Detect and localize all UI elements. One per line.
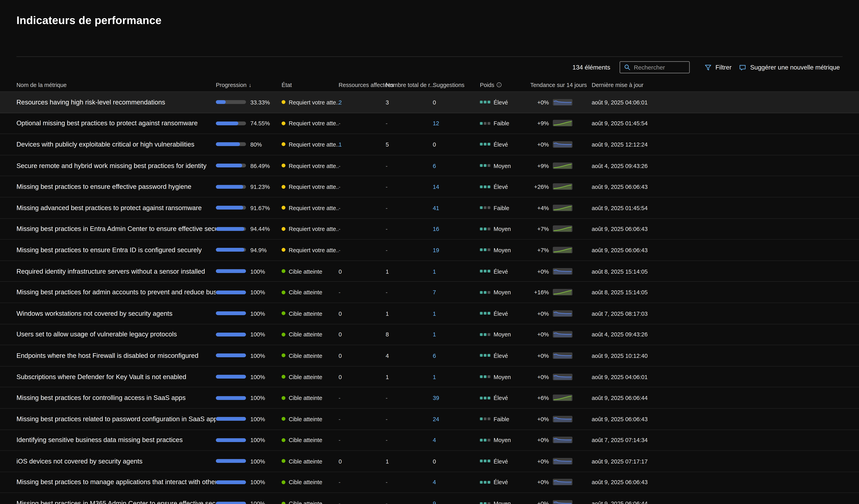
status-dot (282, 375, 285, 378)
weight-cell: Moyen (480, 162, 530, 169)
table-row[interactable]: iOS devices not covered by security agen… (0, 451, 859, 472)
weight-square (484, 481, 486, 484)
progress-track (216, 396, 246, 400)
suggestions-value[interactable]: 24 (433, 416, 439, 422)
table-row[interactable]: Windows workstations not covered by secu… (0, 303, 859, 324)
column-header-weight[interactable]: Poids i (480, 82, 530, 88)
trend-sparkline (553, 99, 572, 106)
table-row[interactable]: Missing best practices in Entra Admin Ce… (0, 219, 859, 240)
suggestions-value[interactable]: 1 (433, 268, 436, 274)
suggestions-value[interactable]: 4 (433, 437, 436, 443)
suggestions-value[interactable]: 9 (433, 500, 436, 504)
weight-square (487, 185, 490, 188)
table-row[interactable]: Missing best practices in M365 Admin Cen… (0, 493, 859, 504)
column-header-updated[interactable]: Dernière mise à jour (592, 82, 859, 88)
suggestions-value[interactable]: 19 (433, 247, 439, 253)
table-row[interactable]: Required identity infrastructure servers… (0, 261, 859, 282)
status-dot (282, 481, 285, 484)
trend-value: +0% (530, 416, 549, 422)
trend-sparkline (553, 225, 572, 232)
resources-value: - (338, 289, 341, 296)
suggestions-value[interactable]: 1 (433, 310, 436, 317)
updated-cell: août 8, 2025 15:14:05 (592, 268, 859, 274)
total-cell: 1 (386, 268, 433, 274)
updated-cell: août 9, 2025 06:06:43 (592, 479, 859, 486)
resources-value[interactable]: 2 (338, 99, 342, 106)
suggestions-value[interactable]: 6 (433, 162, 436, 169)
updated-cell: août 9, 2025 01:45:54 (592, 205, 859, 211)
status-label: Cible atteinte (289, 458, 322, 464)
table-row[interactable]: Missing best practices for admin account… (0, 282, 859, 303)
progress-cell: 100% (216, 310, 282, 317)
status-label: Cible atteinte (289, 310, 322, 317)
resources-cell: - (338, 416, 386, 422)
suggestions-value[interactable]: 41 (433, 205, 439, 211)
table-row[interactable]: Devices with publicly exploitable critic… (0, 134, 859, 155)
suggestions-value: 0 (433, 141, 436, 148)
resources-value: - (338, 120, 341, 126)
resources-cell: - (338, 247, 386, 253)
status-cell: Requiert votre atte... (282, 162, 338, 169)
column-header-progression[interactable]: Progression ↓ (216, 82, 282, 88)
table-row[interactable]: Optional missing best practices to prote… (0, 113, 859, 134)
weight-indicator (480, 481, 490, 484)
status-cell: Cible atteinte (282, 310, 338, 317)
suggestions-cell: 1 (433, 310, 480, 317)
weight-indicator (480, 375, 490, 378)
table-row[interactable]: Missing best practices for controlling a… (0, 388, 859, 409)
column-header-total[interactable]: Nombre total de r... (386, 82, 433, 88)
table-row[interactable]: Missing best practices to manage applica… (0, 472, 859, 493)
weight-square (480, 312, 483, 315)
table-row[interactable]: Identifying sensitive business data miss… (0, 430, 859, 451)
column-header-resources[interactable]: Ressources affectées (338, 82, 386, 88)
trend-value: +16% (530, 289, 549, 296)
table-row[interactable]: Endpoints where the host Firewall is dis… (0, 345, 859, 366)
total-value: 1 (386, 373, 389, 380)
search-box[interactable] (620, 61, 690, 74)
weight-indicator (480, 206, 490, 209)
weight-square (480, 206, 483, 209)
suggestions-value[interactable]: 39 (433, 395, 439, 401)
suggestions-value[interactable]: 16 (433, 225, 439, 232)
trend-sparkline (553, 458, 572, 464)
search-input[interactable] (634, 64, 685, 70)
weight-label: Moyen (494, 162, 511, 169)
filter-button[interactable]: Filtrer (705, 64, 732, 71)
table-row[interactable]: Missing best practices to ensure effecti… (0, 176, 859, 198)
total-value: - (386, 162, 388, 169)
table-row[interactable]: Resources having high risk-level recomme… (0, 92, 859, 113)
suggestions-value[interactable]: 14 (433, 183, 439, 190)
trend-sparkline (553, 479, 572, 486)
updated-value: août 9, 2025 06:06:43 (592, 416, 648, 422)
suggest-metric-button[interactable]: Suggérer une nouvelle métrique (739, 64, 840, 71)
column-header-metric-name[interactable]: Nom de la métrique (16, 82, 216, 88)
column-header-label: Dernière mise à jour (592, 82, 644, 88)
suggestions-value[interactable]: 4 (433, 479, 436, 486)
suggestions-value[interactable]: 6 (433, 352, 436, 359)
resources-value[interactable]: 1 (338, 141, 342, 148)
suggestions-value[interactable]: 12 (433, 120, 439, 126)
column-header-status[interactable]: État (282, 82, 338, 88)
status-label: Cible atteinte (289, 352, 322, 359)
svg-text:i: i (499, 83, 500, 86)
resources-value: - (338, 437, 341, 443)
suggestions-value[interactable]: 7 (433, 289, 436, 296)
table-row[interactable]: Users set to allow usage of vulnerable l… (0, 324, 859, 345)
suggestions-cell: 0 (433, 458, 480, 464)
table-row[interactable]: Secure remote and hybrid work missing be… (0, 155, 859, 176)
filter-button-label: Filtrer (715, 64, 732, 70)
progress-fill (216, 248, 245, 252)
table-row[interactable]: Missing best practices to ensure Entra I… (0, 240, 859, 261)
suggestions-value[interactable]: 1 (433, 331, 436, 338)
table-row[interactable]: Missing advanced best practices to prote… (0, 198, 859, 219)
column-header-trend[interactable]: Tendance sur 14 jours (530, 82, 592, 88)
suggestions-value[interactable]: 1 (433, 373, 436, 380)
weight-square (484, 502, 486, 504)
table-row[interactable]: Missing best practices related to passwo… (0, 409, 859, 430)
column-header-suggestions[interactable]: Suggestions (433, 82, 480, 88)
progress-label: 100% (250, 373, 265, 380)
weight-square (487, 101, 490, 104)
weight-square (487, 439, 490, 441)
updated-cell: août 9, 2025 10:12:40 (592, 352, 859, 359)
table-row[interactable]: Subscriptions where Defender for Key Vau… (0, 366, 859, 388)
